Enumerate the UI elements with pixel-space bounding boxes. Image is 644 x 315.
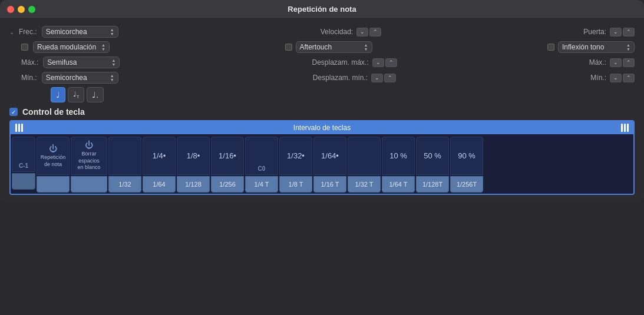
aftertouch-checkbox[interactable] <box>285 44 292 51</box>
c0-label: C0 <box>258 165 266 172</box>
traffic-lights <box>7 6 35 13</box>
key-quarter-dot[interactable]: 1/4• 1/64 <box>143 137 176 193</box>
inflexion-checkbox[interactable] <box>547 44 554 51</box>
key-64dot[interactable]: 1/64• 1/16 T <box>313 137 346 193</box>
aftertouch-select[interactable]: Aftertouch ▲▼ <box>296 41 372 53</box>
max-right-up[interactable]: ⌃ <box>623 58 635 67</box>
key-32dot[interactable]: 1/32• 1/8 T <box>279 137 312 193</box>
header-lines-left <box>15 124 23 132</box>
control-tecla-label: Control de tecla <box>22 107 85 117</box>
desplaz-max-stepper[interactable]: ⌄ ⌃ <box>372 58 397 67</box>
main-panel: ⌄ Frec.: Semicorchea ▲▼ Velocidad: ⌄ ⌃ P… <box>0 19 644 202</box>
minimize-button[interactable] <box>18 6 25 13</box>
velocidad-down[interactable]: ⌄ <box>356 28 368 37</box>
min-right-down[interactable]: ⌄ <box>610 74 622 82</box>
control-tecla-checkbox[interactable]: ✓ <box>9 108 18 116</box>
key-10pct[interactable]: 10 % 1/64 T <box>382 137 415 193</box>
desplaz-min-down[interactable]: ⌄ <box>371 74 383 82</box>
min-select[interactable]: Semicorchea ▲▼ <box>42 72 118 84</box>
min-right-label: Mín.: <box>590 74 606 82</box>
max-right-label: Máx.: <box>589 58 606 67</box>
mod-wheel-select[interactable]: Rueda modulación ▲▼ <box>33 41 110 53</box>
max-select[interactable]: Semifusa ▲▼ <box>43 57 120 68</box>
close-button[interactable] <box>7 6 14 13</box>
control-tecla-header: ✓ Control de tecla <box>9 107 635 117</box>
velocidad-label: Velocidad: <box>321 28 353 36</box>
key-empty-2[interactable]: 1/32 T <box>348 137 381 193</box>
window-title: Repetición de nota <box>288 5 356 14</box>
note-btn-dotted[interactable]: ♩. <box>87 87 104 102</box>
velocidad-up[interactable]: ⌃ <box>369 28 381 37</box>
frec-expand[interactable]: ⌄ <box>9 29 14 35</box>
desplaz-min-label: Desplazam. mín.: <box>313 74 368 82</box>
max-right-stepper[interactable]: ⌄ ⌃ <box>610 58 635 67</box>
frec-label: Frec.: <box>19 28 37 36</box>
key-eighth-dot[interactable]: 1/8• 1/128 <box>177 137 210 193</box>
key-sixteenth-dot[interactable]: 1/16• 1/256 <box>211 137 244 193</box>
power-icon-2: ⏻ <box>85 140 93 150</box>
desplaz-min-up[interactable]: ⌃ <box>384 74 396 82</box>
desplaz-max-down[interactable]: ⌄ <box>372 58 384 67</box>
keyboard-header-text: Intervalo de teclas <box>293 124 351 132</box>
title-bar: Repetición de nota <box>0 0 644 19</box>
max-label: Máx.: <box>21 58 38 67</box>
note-btn-triplet[interactable]: ♩T <box>68 87 84 102</box>
min-label: Mín.: <box>21 74 37 82</box>
desplaz-max-label: Desplazam. máx.: <box>312 58 368 67</box>
frec-chevrons: ▲▼ <box>110 28 114 36</box>
desplaz-max-up[interactable]: ⌃ <box>385 58 397 67</box>
key-90pct[interactable]: 90 % 1/256T <box>450 137 483 193</box>
min-right-up[interactable]: ⌃ <box>623 74 635 82</box>
desplaz-min-stepper[interactable]: ⌄ ⌃ <box>371 74 396 82</box>
key-borrar[interactable]: ⏻ Borrarespaciosen blanco <box>71 137 107 193</box>
velocidad-stepper[interactable]: ⌄ ⌃ <box>356 28 381 37</box>
inflexion-select[interactable]: Inflexión tono ▲▼ <box>558 41 635 53</box>
keyboard-header: Intervalo de teclas <box>11 121 633 134</box>
maximize-button[interactable] <box>28 6 35 13</box>
key-50pct[interactable]: 50 % 1/128T <box>416 137 449 193</box>
power-icon-1: ⏻ <box>49 144 57 153</box>
puerta-stepper[interactable]: ⌄ ⌃ <box>610 28 635 37</box>
frec-select[interactable]: Semicorchea ▲▼ <box>42 26 118 38</box>
c-minus1-label: C-1 <box>19 163 28 169</box>
puerta-label: Puerta: <box>583 28 606 36</box>
puerta-down[interactable]: ⌄ <box>610 28 622 37</box>
min-right-stepper[interactable]: ⌄ ⌃ <box>610 74 635 82</box>
keyboard-container: Intervalo de teclas C-1 ⏻ <box>9 120 635 195</box>
puerta-up[interactable]: ⌃ <box>623 28 635 37</box>
mod-wheel-checkbox[interactable] <box>21 44 28 51</box>
key-empty-1[interactable]: 1/32 <box>108 137 141 193</box>
key-c0-area: C0 1/4 T <box>245 137 278 193</box>
header-lines-right <box>621 124 629 132</box>
max-right-down[interactable]: ⌄ <box>610 58 622 67</box>
note-btn-quarter[interactable]: ♩ <box>51 87 65 102</box>
key-repeticion[interactable]: ⏻ Repeticiónde nota <box>37 137 70 193</box>
